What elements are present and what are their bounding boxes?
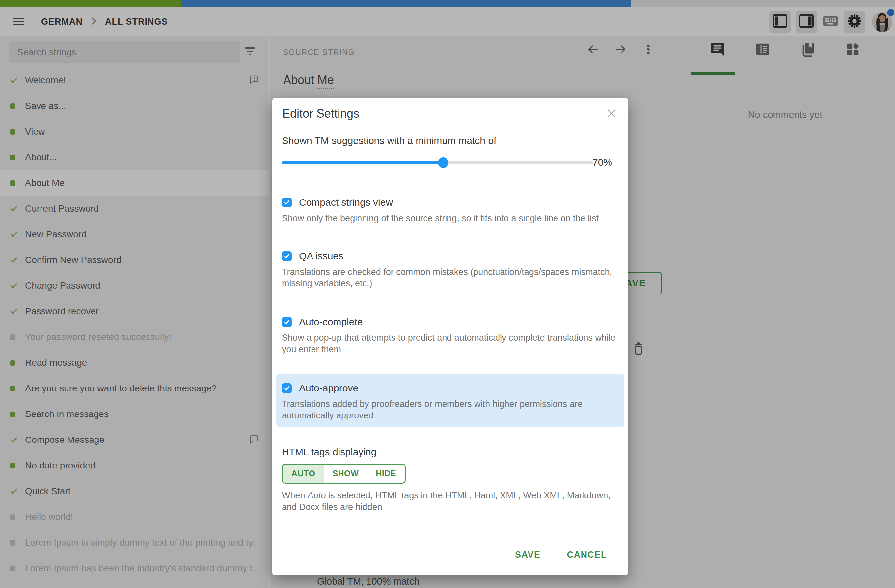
option-qa-issues: QA issues Translations are checked for c… xyxy=(282,250,618,289)
option-label: Auto-complete xyxy=(299,317,363,327)
option-description: Translations added by proofreaders or me… xyxy=(282,399,608,421)
html-tags-show-button[interactable]: SHOW xyxy=(324,465,367,483)
close-icon xyxy=(605,107,618,121)
app-window: GERMAN ALL STRINGS xyxy=(0,0,895,588)
tm-abbr: TM xyxy=(315,135,329,147)
modal-save-button[interactable]: SAVE xyxy=(515,550,541,560)
html-tags-segmented-control: AUTO SHOW HIDE xyxy=(282,464,406,483)
qa-issues-checkbox[interactable] xyxy=(282,251,292,261)
option-description: Show only the beginning of the source st… xyxy=(282,213,616,224)
compact-strings-checkbox[interactable] xyxy=(282,197,292,208)
auto-complete-checkbox[interactable] xyxy=(282,317,292,327)
html-tags-hide-button[interactable]: HIDE xyxy=(367,465,405,483)
modal-close-button[interactable] xyxy=(605,107,618,121)
option-compact-strings: Compact strings view Show only the begin… xyxy=(282,197,618,224)
html-tags-heading: HTML tags displaying xyxy=(282,446,376,458)
editor-settings-modal: Editor Settings Shown TM suggestions wit… xyxy=(272,98,628,575)
tm-threshold-value: 70% xyxy=(582,157,612,168)
modal-title: Editor Settings xyxy=(282,107,359,121)
tm-threshold-slider[interactable] xyxy=(282,161,593,164)
tm-threshold-label: Shown TM suggestions with a minimum matc… xyxy=(282,135,496,146)
option-auto-approve: Auto-approve Translations added by proof… xyxy=(282,383,618,421)
option-label: Auto-approve xyxy=(299,383,358,394)
option-auto-complete: Auto-complete Show a pop-up that attempt… xyxy=(282,317,618,355)
modal-actions: SAVE CANCEL xyxy=(515,550,607,560)
html-tags-description: When Auto is selected, HTML tags in the … xyxy=(282,490,615,513)
auto-approve-checkbox[interactable] xyxy=(282,383,292,393)
option-description: Show a pop-up that attempts to predict a… xyxy=(282,332,616,355)
modal-cancel-button[interactable]: CANCEL xyxy=(567,550,607,560)
option-label: QA issues xyxy=(299,250,343,262)
option-description: Translations are checked for common mist… xyxy=(282,266,616,289)
html-tags-auto-button[interactable]: AUTO xyxy=(283,465,324,483)
option-label: Compact strings view xyxy=(299,197,393,208)
slider-fill xyxy=(282,161,443,164)
slider-thumb[interactable] xyxy=(438,158,449,168)
